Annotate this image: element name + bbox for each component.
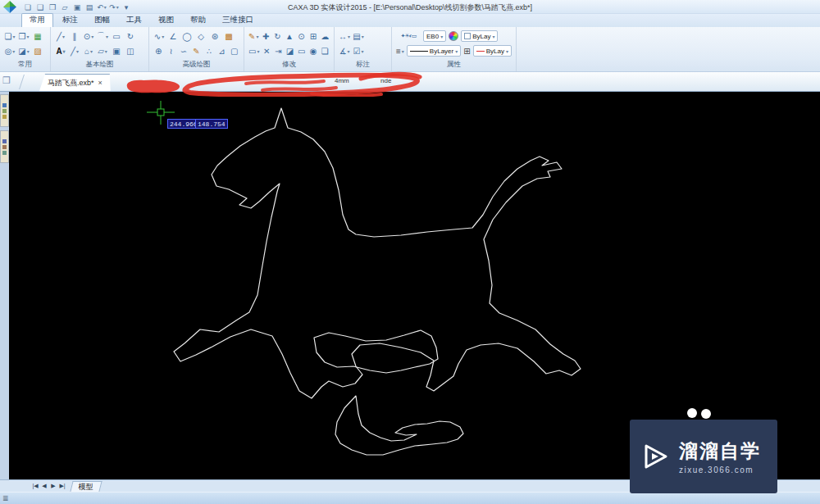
group-label-properties: 属性 (392, 59, 516, 71)
regular-polygon-icon[interactable]: ◇ (195, 30, 207, 42)
color-wheel-icon[interactable] (449, 31, 458, 41)
break-icon[interactable]: ▭ (297, 45, 306, 57)
left-panel-tab-design-tree[interactable] (0, 94, 9, 127)
document-tab-active[interactable]: 马踏飞燕.exb* × (39, 74, 111, 91)
polygon-icon[interactable]: ▱ (97, 45, 108, 57)
obscured-tab-fragment: 4mm (335, 77, 349, 84)
arc-icon[interactable]: ⌒ (97, 30, 108, 42)
center-mark-icon[interactable]: ⊕ (153, 45, 163, 57)
color-select[interactable]: ByLay▾ (461, 30, 498, 42)
wave-line-icon[interactable]: ≀ (166, 45, 175, 57)
paste-icon[interactable]: ❏ (4, 30, 16, 42)
double-line-icon[interactable]: ∽ (179, 45, 189, 57)
spline-icon[interactable]: ↻ (125, 30, 136, 42)
array-icon[interactable]: ⊞ (308, 30, 317, 42)
rectangle-icon[interactable]: ▭ (111, 30, 122, 42)
new-from-template-icon[interactable]: ❑ (35, 2, 45, 13)
qat-more-icon[interactable]: ▾ (121, 2, 131, 13)
redo-icon[interactable]: ↷ (109, 2, 119, 13)
annotation-icon[interactable]: ▤ (353, 30, 364, 42)
line-icon[interactable]: ╱ (55, 30, 66, 42)
circle-icon[interactable]: ⊙ (83, 30, 94, 42)
save-icon[interactable]: ▣ (72, 2, 82, 13)
box-icon[interactable]: ▢ (230, 45, 239, 57)
layer-tools-icon[interactable]: ✦☀◐▭ (396, 30, 421, 42)
scale-icon[interactable]: ⊙ (297, 30, 306, 42)
open-file-icon[interactable]: ▱ (60, 2, 70, 13)
panel-tab-icon (2, 115, 7, 119)
layer-table-icon[interactable]: ⊞ (463, 45, 471, 57)
sketch-icon[interactable]: ✎ (191, 45, 201, 57)
hatch-icon[interactable]: ⌂ (83, 45, 94, 57)
tab-gongju[interactable]: 工具 (119, 14, 149, 27)
rotate-icon[interactable]: ↻ (273, 30, 282, 42)
stamp-icon[interactable]: ◪ (18, 45, 30, 57)
layer-select[interactable]: EB0▾ (423, 30, 446, 42)
linear-dim-icon[interactable]: ↔ (339, 30, 350, 42)
cloud-icon[interactable]: ☁ (321, 30, 330, 42)
status-bar: ≣ (0, 492, 820, 504)
zoom-tool-icon[interactable]: ◎ (4, 45, 16, 57)
left-panel-strip (0, 92, 9, 479)
group-common: ❏ ❐ ▦ ◎ ◪ ▨ 常用 (0, 27, 51, 71)
last-sheet-icon[interactable]: ▶| (58, 483, 66, 489)
document-stack-icon[interactable]: ❒ (2, 75, 11, 86)
table-icon[interactable]: ◫ (125, 45, 136, 57)
angle-line-icon[interactable]: ∠ (167, 30, 179, 42)
stretch-icon[interactable]: ▭ (248, 45, 259, 57)
sketch-line-icon[interactable]: ╱ (69, 45, 80, 57)
ribbon-tab-row: 常用 标注 图幅 工具 视图 帮助 三维接口 (0, 14, 820, 27)
tab-shitu[interactable]: 视图 (151, 14, 181, 27)
coordinate-y-readout: 148.754 (195, 119, 228, 129)
linewidth-icon[interactable]: ≡ (396, 45, 404, 57)
linetype-sample (410, 51, 428, 52)
tab-bangzhu[interactable]: 帮助 (183, 14, 213, 27)
offset-icon[interactable]: ◉ (308, 45, 317, 57)
gear-curve-icon[interactable]: ⊛ (209, 30, 221, 42)
point-icon[interactable]: ∴ (204, 45, 214, 57)
undo-icon[interactable]: ↶ (97, 2, 107, 13)
close-file-icon[interactable]: ❒ (48, 2, 57, 13)
tab-tufu[interactable]: 图幅 (87, 14, 117, 27)
profile-icon[interactable]: ▩ (223, 30, 235, 42)
corner-icon[interactable]: ◪ (285, 45, 294, 57)
text-icon[interactable]: A (55, 45, 66, 57)
tab-biaozhu[interactable]: 标注 (55, 14, 85, 27)
check-dim-icon[interactable]: ☑ (353, 45, 364, 57)
copy-icon[interactable]: ❐ (18, 30, 30, 42)
format-brush-icon[interactable]: ▨ (32, 45, 43, 57)
group-label-modify: 修改 (244, 59, 334, 71)
ellipse-icon[interactable]: ◯ (181, 30, 193, 42)
dimstyle-select[interactable]: ByLay▾ (473, 45, 512, 57)
mirror-icon[interactable]: ▲ (285, 30, 294, 42)
new-file-icon[interactable]: ❏ (23, 2, 33, 13)
explode-icon[interactable]: ❏ (321, 45, 330, 57)
tab-changyong[interactable]: 常用 (21, 13, 53, 27)
left-panel-tab-search[interactable] (0, 130, 9, 163)
sheet-tab-model[interactable]: 模型 (70, 481, 102, 492)
chamfer-curve-icon[interactable]: ⊿ (216, 45, 226, 57)
tab-sanwei-jiekou[interactable]: 三维接口 (215, 14, 261, 27)
move-icon[interactable]: ✚ (261, 30, 270, 42)
insert-object-icon[interactable]: ▦ (32, 30, 43, 42)
app-logo-icon[interactable] (3, 1, 16, 13)
first-sheet-icon[interactable]: |◀ (31, 483, 39, 489)
group-advanced-draw: ∿ ∠ ◯ ◇ ⊛ ▩ ⊕ ≀ ∽ ✎ ∴ ⊿ ▢ 高级绘图 (149, 27, 244, 71)
print-icon[interactable]: ▤ (84, 2, 94, 13)
extend-icon[interactable]: ⇥ (274, 45, 283, 57)
trim-icon[interactable]: ✕ (262, 45, 271, 57)
block-icon[interactable]: ▣ (111, 45, 122, 57)
erase-icon[interactable]: ✎ (248, 30, 258, 42)
prev-sheet-icon[interactable]: ◀ (40, 483, 48, 489)
linetype-select[interactable]: ByLayer▾ (407, 45, 461, 57)
parallel-line-icon[interactable]: ∥ (69, 30, 80, 42)
ribbon: ❏ ❐ ▦ ◎ ◪ ▨ 常用 ╱ ∥ ⊙ ⌒ ▭ ↻ A ╱ (0, 27, 820, 72)
angle-dim-icon[interactable]: ∡ (339, 45, 350, 57)
curve-icon[interactable]: ∿ (153, 30, 165, 42)
next-sheet-icon[interactable]: ▶ (49, 483, 57, 489)
tab-close-icon[interactable]: × (98, 79, 102, 87)
watermark-site: zixue.3066.com (679, 465, 761, 474)
watermark: 溜溜自学 zixue.3066.com (630, 420, 777, 493)
status-menu-icon[interactable]: ≣ (2, 494, 9, 502)
group-basic-draw: ╱ ∥ ⊙ ⌒ ▭ ↻ A ╱ ⌂ ▱ ▣ ◫ 基本绘图 (51, 27, 149, 71)
